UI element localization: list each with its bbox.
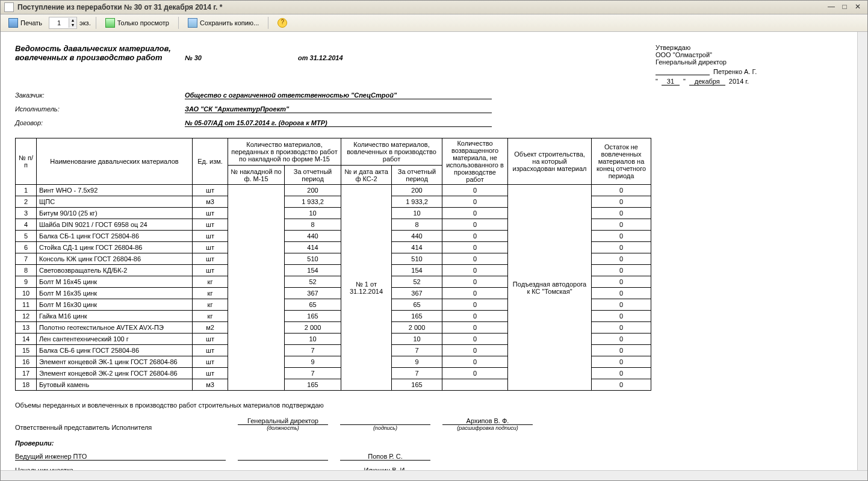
col-ks2-per: За отчетный период	[392, 166, 442, 185]
col-remain: Остаток не вовлеченных материалов на кон…	[592, 138, 651, 185]
content-area: Ведомость давальческих материалов, вовле…	[1, 32, 867, 480]
separator	[178, 17, 179, 29]
approve-sign-line	[656, 68, 710, 75]
approve-sign: Петренко А. Г.	[713, 68, 757, 75]
materials-table: № п/п Наименование давальческих материал…	[15, 138, 651, 391]
view-only-button[interactable]: Только просмотр	[101, 16, 173, 29]
check1-sign	[238, 460, 328, 461]
col-ks2-num: № и дата акта ф КС-2	[341, 166, 392, 185]
close-button[interactable]: ✕	[852, 3, 864, 11]
copies-unit: экз.	[79, 19, 91, 26]
help-button[interactable]: ?	[273, 16, 291, 29]
copies-spinner[interactable]: ▲ ▼	[49, 17, 77, 29]
table-row: 1Винт WHO - 7.5x92шт200№ 1 от 31.12.2014…	[16, 185, 651, 196]
resp-label: Ответственный представитель Исполнителя	[15, 424, 226, 431]
col-name: Наименование давальческих материалов	[37, 138, 193, 185]
col-m15-per: За отчетный период	[285, 166, 341, 185]
spin-down-icon[interactable]: ▼	[69, 23, 76, 28]
customer-value: Общество с ограниченной ответственностью…	[185, 92, 492, 99]
save-copy-button[interactable]: Сохранить копию...	[184, 16, 263, 29]
role-caption: (должность)	[267, 425, 299, 431]
col-unit: Ед. изм.	[193, 138, 228, 185]
titlebar: Поступление из переработки № 30 от 31 де…	[1, 1, 867, 14]
contract-value: № 05-07/АД от 15.07.2014 г. (дорога к МТ…	[185, 119, 492, 127]
resp-role: Генеральный директор	[238, 417, 328, 425]
contract-label: Договор:	[15, 119, 185, 126]
checked-label: Проверили:	[15, 439, 824, 447]
approve-role: Генеральный директор	[656, 58, 824, 66]
view-icon	[105, 18, 115, 28]
print-label: Печать	[20, 19, 42, 26]
confirm-text: Объемы переданных и вовлеченных в произв…	[15, 402, 824, 409]
save-label: Сохранить копию...	[200, 19, 259, 26]
resp-name: Архипов В. Ф.	[442, 417, 533, 425]
help-icon: ?	[277, 18, 287, 28]
sign-caption: (подпись)	[373, 425, 397, 431]
name-caption: (расшифровка подписи)	[457, 425, 518, 431]
minimize-button[interactable]: —	[825, 3, 837, 11]
approve-year: 2014 г.	[729, 78, 749, 85]
toolbar: Печать ▲ ▼ экз. Только просмотр Сохранит…	[1, 14, 867, 32]
approval-block: Утверждаю ООО "Олмастрой" Генеральный ди…	[656, 44, 824, 85]
col-m15: Количество материалов, переданных в прои…	[228, 138, 341, 166]
spin-up-icon[interactable]: ▲	[69, 18, 76, 23]
restore-button[interactable]: □	[839, 3, 851, 11]
app-window: Поступление из переработки № 30 от 31 де…	[0, 0, 868, 481]
col-ks2: Количество материалов, вовлеченных в про…	[341, 138, 442, 166]
doc-title-1: Ведомость давальческих материалов,	[15, 44, 656, 53]
vertical-scrollbar[interactable]	[857, 32, 867, 471]
footer: Объемы переданных и вовлеченных в произв…	[15, 402, 824, 480]
col-returned: Количество возвращенного материала, не и…	[442, 138, 508, 185]
print-icon	[8, 18, 18, 28]
approve-day: 31	[662, 78, 680, 85]
copies-input[interactable]	[49, 19, 69, 27]
doc-icon	[4, 2, 14, 12]
col-object: Объект строительства, на который израсхо…	[508, 138, 592, 185]
executor-value: ЗАО "СК "АрхитектурПроект"	[185, 105, 492, 113]
executor-label: Исполнитель:	[15, 105, 185, 113]
col-num: № п/п	[16, 138, 37, 185]
customer-label: Заказчик:	[15, 92, 185, 99]
doc-date: от 31.12.2014	[298, 54, 343, 61]
save-icon	[188, 18, 197, 28]
col-m15-num: № накладной по ф. М-15	[228, 166, 285, 185]
print-button[interactable]: Печать	[4, 16, 46, 29]
check1-name: Попов Р. С.	[340, 453, 430, 461]
view-label: Только просмотр	[117, 19, 169, 26]
separator	[96, 17, 96, 29]
approve-label: Утверждаю	[656, 44, 824, 51]
approve-month: декабря	[689, 78, 725, 85]
document-page: Ведомость давальческих материалов, вовле…	[4, 36, 835, 480]
horizontal-scrollbar[interactable]	[1, 470, 867, 480]
check1-role: Ведущий инженер ПТО	[15, 453, 226, 461]
doc-title-2: вовлеченных в производство работ	[15, 53, 185, 62]
approve-org: ООО "Олмастрой"	[656, 51, 824, 58]
window-title: Поступление из переработки № 30 от 31 де…	[17, 3, 824, 11]
separator	[268, 17, 268, 29]
doc-number: № 30	[185, 54, 298, 61]
